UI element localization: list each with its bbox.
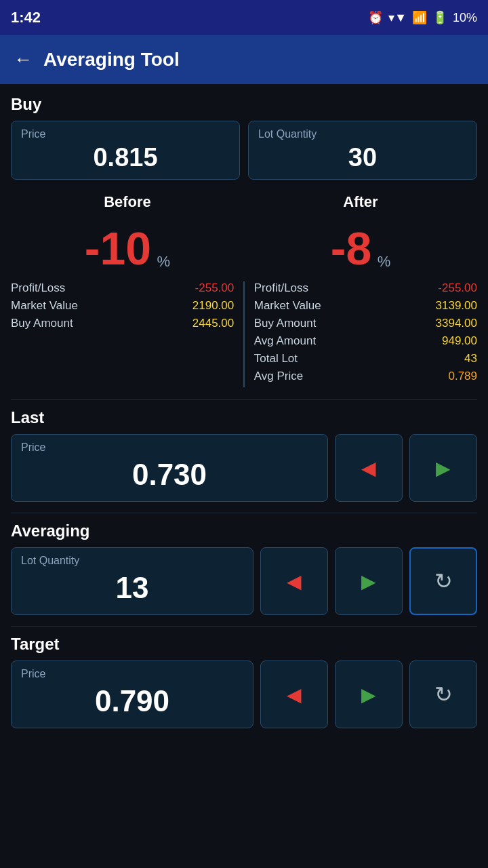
buy-price-box[interactable]: Price 0.815 — [11, 121, 240, 180]
after-column-header: After — [244, 193, 477, 215]
averaging-section: Averaging Lot Quantity 13 ◀ ▶ ↻ — [11, 521, 477, 615]
before-stats-col: Profit/Loss -255.00 Market Value 2190.00… — [11, 281, 234, 387]
signal-icon: 📶 — [412, 10, 427, 25]
after-pl-item: Profit/Loss -255.00 — [254, 281, 477, 295]
after-percent-col: -8 % — [244, 222, 477, 275]
stats-row: Profit/Loss -255.00 Market Value 2190.00… — [11, 281, 477, 387]
after-ba-value: 3394.00 — [436, 317, 477, 330]
after-percent-sign: % — [378, 253, 391, 270]
before-pl-label: Profit/Loss — [11, 281, 65, 295]
sep3 — [11, 626, 477, 627]
after-stats-col: Profit/Loss -255.00 Market Value 3139.00… — [254, 281, 477, 387]
target-refresh-button[interactable]: ↻ — [409, 660, 477, 728]
status-right-icons: ⏰ ▾▼ 📶 🔋 10% — [368, 10, 477, 25]
averaging-refresh-icon: ↻ — [434, 568, 453, 594]
buy-price-label: Price — [21, 128, 230, 140]
before-column-header: Before — [11, 193, 244, 215]
before-mv-item: Market Value 2190.00 — [11, 299, 234, 313]
app-header: ← Averaging Tool — [0, 35, 488, 84]
alarm-icon: ⏰ — [368, 10, 383, 25]
before-after-header-row: Before After — [11, 193, 477, 215]
back-button[interactable]: ← — [14, 49, 33, 71]
buy-lot-box[interactable]: Lot Quantity 30 — [248, 121, 477, 180]
target-right-arrow-icon: ▶ — [361, 684, 376, 706]
after-ba-label: Buy Amount — [254, 317, 317, 330]
last-section: Last Price 0.730 ◀ ▶ — [11, 408, 477, 502]
target-control-row: Price 0.790 ◀ ▶ ↻ — [11, 660, 477, 728]
before-ba-item: Buy Amount 2445.00 — [11, 317, 234, 330]
last-control-row: Price 0.730 ◀ ▶ — [11, 434, 477, 502]
header-title: Averaging Tool — [43, 49, 180, 71]
last-price-box[interactable]: Price 0.730 — [11, 434, 328, 502]
before-percent-sign: % — [157, 253, 171, 270]
after-mv-label: Market Value — [254, 299, 321, 313]
before-label: Before — [11, 193, 244, 211]
wifi-icon: ▾▼ — [388, 10, 407, 25]
battery-icon: 🔋 — [432, 10, 447, 25]
before-ba-value: 2445.00 — [192, 317, 234, 330]
before-pl-item: Profit/Loss -255.00 — [11, 281, 234, 295]
averaging-increase-button[interactable]: ▶ — [335, 547, 403, 615]
last-price-value: 0.730 — [21, 455, 318, 494]
last-section-label: Last — [11, 408, 477, 427]
buy-section-label: Buy — [11, 95, 477, 114]
target-refresh-icon: ↻ — [434, 682, 453, 707]
averaging-refresh-button[interactable]: ↻ — [409, 547, 477, 615]
buy-input-row: Price 0.815 Lot Quantity 30 — [11, 121, 477, 180]
percent-row: -10 % -8 % — [11, 222, 477, 275]
target-left-arrow-icon: ◀ — [287, 684, 302, 706]
target-section-label: Target — [11, 635, 477, 654]
stats-divider — [243, 281, 245, 387]
after-aa-item: Avg Amount 949.00 — [254, 334, 477, 348]
after-label: After — [244, 193, 477, 211]
averaging-control-row: Lot Quantity 13 ◀ ▶ ↻ — [11, 547, 477, 615]
averaging-lot-label: Lot Quantity — [21, 555, 243, 567]
after-mv-value: 3139.00 — [436, 299, 477, 313]
status-bar: 1:42 ⏰ ▾▼ 📶 🔋 10% — [0, 0, 488, 35]
after-percent-value: -8 — [331, 222, 371, 275]
after-pl-label: Profit/Loss — [254, 281, 308, 295]
main-content: Buy Price 0.815 Lot Quantity 30 Before A… — [0, 84, 488, 750]
averaging-lot-box[interactable]: Lot Quantity 13 — [11, 547, 253, 615]
before-ba-label: Buy Amount — [11, 317, 73, 330]
target-price-value: 0.790 — [21, 682, 243, 721]
after-tl-label: Total Lot — [254, 352, 298, 366]
before-percent-value: -10 — [85, 222, 151, 275]
last-price-label: Price — [21, 441, 318, 454]
sep2 — [11, 513, 477, 513]
before-pl-value: -255.00 — [195, 281, 235, 295]
last-right-arrow-icon: ▶ — [436, 457, 451, 479]
before-mv-label: Market Value — [11, 299, 78, 313]
averaging-right-arrow-icon: ▶ — [361, 570, 376, 593]
before-percent-col: -10 % — [11, 222, 244, 275]
buy-lot-label: Lot Quantity — [258, 128, 467, 140]
after-ap-label: Avg Price — [254, 370, 303, 383]
after-aa-value: 949.00 — [442, 334, 477, 348]
last-increase-button[interactable]: ▶ — [409, 434, 477, 502]
after-tl-value: 43 — [464, 352, 477, 366]
after-mv-item: Market Value 3139.00 — [254, 299, 477, 313]
before-mv-value: 2190.00 — [192, 299, 234, 313]
target-price-label: Price — [21, 668, 243, 680]
averaging-left-arrow-icon: ◀ — [287, 570, 302, 593]
status-time: 1:42 — [11, 9, 41, 26]
after-pl-value: -255.00 — [438, 281, 477, 295]
averaging-section-label: Averaging — [11, 521, 477, 540]
last-decrease-button[interactable]: ◀ — [335, 434, 403, 502]
target-decrease-button[interactable]: ◀ — [260, 660, 328, 728]
after-ap-item: Avg Price 0.789 — [254, 370, 477, 383]
after-ap-value: 0.789 — [448, 370, 477, 383]
sep1 — [11, 399, 477, 400]
after-ba-item: Buy Amount 3394.00 — [254, 317, 477, 330]
averaging-lot-value: 13 — [21, 568, 243, 608]
target-price-box[interactable]: Price 0.790 — [11, 660, 253, 728]
battery-percent: 10% — [453, 11, 477, 25]
target-section: Target Price 0.790 ◀ ▶ ↻ — [11, 635, 477, 728]
buy-lot-value: 30 — [258, 143, 467, 172]
last-left-arrow-icon: ◀ — [361, 457, 376, 479]
target-increase-button[interactable]: ▶ — [335, 660, 403, 728]
averaging-decrease-button[interactable]: ◀ — [260, 547, 328, 615]
after-aa-label: Avg Amount — [254, 334, 316, 348]
after-tl-item: Total Lot 43 — [254, 352, 477, 366]
buy-price-value: 0.815 — [21, 143, 230, 172]
